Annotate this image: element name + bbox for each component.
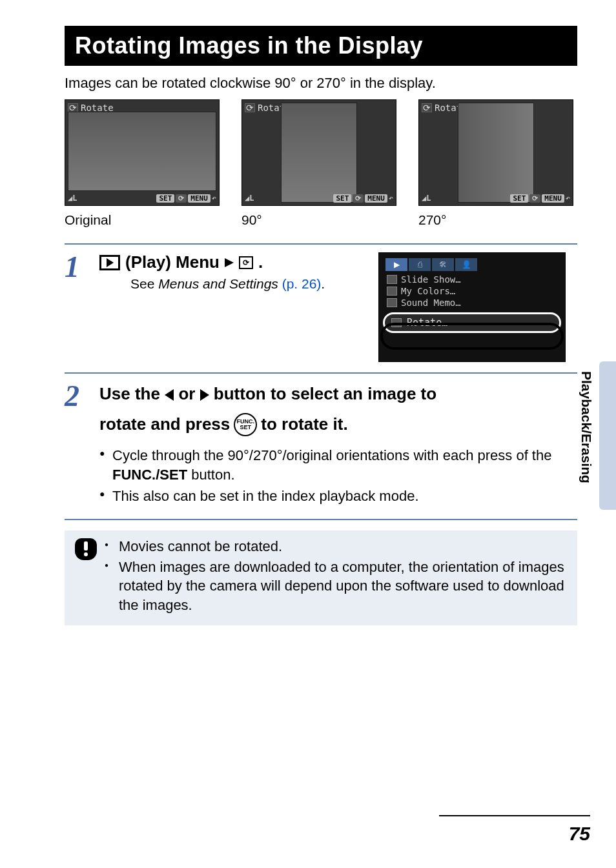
menu-tab-play-icon: ▶	[385, 258, 407, 271]
set-pill: SET	[510, 194, 528, 203]
rotate-icon: ⟳	[422, 103, 432, 112]
note-item: When images are downloaded to a computer…	[105, 558, 567, 615]
quality-indicator: ◢L	[245, 194, 254, 203]
menu-tabs: ▶ ⎙ 🛠 👤	[379, 253, 565, 274]
screenshot-270: ⟳Rotate ◢L SET ⟳ MENU ↶	[418, 99, 573, 206]
arrow-right-icon	[200, 389, 209, 401]
arrow-left-icon	[165, 389, 174, 401]
step2-text: or	[178, 384, 200, 403]
triangle-right-icon	[225, 258, 234, 267]
step2-text: rotate and press	[99, 412, 230, 437]
undo-icon: ↶	[212, 194, 216, 203]
step1-period: .	[258, 252, 263, 272]
step2-bullets: Cycle through the 90°/270°/original orie…	[99, 446, 575, 506]
undo-icon: ↶	[389, 194, 393, 203]
func-bot: SET	[240, 425, 252, 430]
menu-item-text: Slide Show…	[401, 274, 461, 285]
shot-image-area	[68, 112, 216, 191]
bullet-bold: FUNC./SET	[112, 467, 187, 483]
caution-icon	[75, 538, 97, 560]
mycolors-icon	[387, 287, 397, 296]
note-item: Movies cannot be rotated.	[105, 537, 567, 556]
rotate-icon: ⟳	[245, 103, 255, 112]
quality-indicator: ◢L	[422, 194, 431, 203]
bullet-item: This also can be set in the index playba…	[99, 487, 575, 506]
play-icon	[99, 255, 120, 270]
rotate-menu-icon	[391, 318, 402, 327]
menu-tab-setup-icon: 🛠	[432, 258, 454, 271]
caption-90: 90°	[241, 212, 396, 228]
page-number: 75	[569, 823, 590, 845]
menu-screenshot: ▶ ⎙ 🛠 👤 Slide Show… My Colors… Sound Mem…	[378, 252, 566, 362]
caption-row: Original 90° 270°	[65, 212, 577, 228]
caption-270: 270°	[418, 212, 573, 228]
func-set-button-icon: FUNC. SET	[234, 413, 257, 436]
set-pill: SET	[156, 194, 174, 203]
menu-pill: MENU	[542, 194, 564, 203]
sub-prefix: See	[130, 276, 158, 291]
note-list: Movies cannot be rotated. When images ar…	[105, 537, 567, 616]
side-tab-bg	[599, 361, 616, 510]
example-screenshots-row: ⟳Rotate ◢L SET ⟳ MENU ↶ ⟳Rotate ◢L SET ⟳	[65, 99, 577, 206]
step2-text: Use the	[99, 384, 165, 403]
menu-pill: MENU	[188, 194, 210, 203]
rotate-pill-icon: ⟳	[353, 194, 364, 203]
sub-italic: Menus and Settings	[158, 276, 278, 291]
footer-rule	[439, 815, 590, 816]
bullet-text: Cycle through the 90°/270°/original orie…	[112, 447, 551, 463]
step2-text: to rotate it.	[261, 412, 347, 437]
step2-heading: Use the or button to select an image to …	[99, 381, 575, 437]
step-1: 1 ▶ ⎙ 🛠 👤 Slide Show… My Colors… Sound M…	[65, 243, 577, 372]
page-ref-link[interactable]: (p. 26)	[278, 276, 322, 291]
set-pill: SET	[333, 194, 351, 203]
undo-icon: ↶	[566, 194, 570, 203]
step-number: 2	[65, 381, 90, 509]
rotate-pill-icon: ⟳	[529, 194, 540, 203]
step1-heading: (Play) Menu ⟳.	[99, 252, 372, 272]
menu-highlight-text: Rotate…	[407, 317, 447, 328]
shot-image-area	[281, 103, 357, 203]
menu-highlighted-item: Rotate…	[383, 312, 561, 333]
rotate-pill-icon: ⟳	[176, 194, 187, 203]
step-number: 1	[65, 252, 90, 362]
menu-tab-mycamera-icon: 👤	[455, 258, 477, 271]
menu-pill: MENU	[365, 194, 387, 203]
page-title: Rotating Images in the Display	[65, 26, 577, 66]
slideshow-icon	[387, 275, 397, 284]
rotate-icon: ⟳	[239, 256, 253, 269]
step2-text: button to select an image to	[214, 384, 436, 403]
menu-tab-print-icon: ⎙	[409, 258, 431, 271]
rotate-icon: ⟳	[68, 103, 78, 112]
sub-suffix: .	[321, 276, 325, 291]
step-2: 2 Use the or button to select an image t…	[65, 372, 577, 520]
bullet-item: Cycle through the 90°/270°/original orie…	[99, 446, 575, 484]
bullet-text: button.	[187, 467, 234, 483]
step1-head-text: (Play) Menu	[125, 252, 220, 272]
soundmemo-icon	[387, 298, 397, 307]
menu-item-text: My Colors…	[401, 286, 455, 296]
screenshot-90: ⟳Rotate ◢L SET ⟳ MENU ↶	[241, 99, 396, 206]
screenshot-original: ⟳Rotate ◢L SET ⟳ MENU ↶	[65, 99, 220, 206]
menu-list: Slide Show… My Colors… Sound Memo…	[379, 274, 565, 308]
shot-image-area	[458, 103, 534, 203]
triangle-right-icon	[107, 258, 114, 267]
side-tab-label: Playback/Erasing	[579, 371, 594, 483]
caption-original: Original	[65, 212, 220, 228]
quality-indicator: ◢L	[68, 194, 77, 203]
menu-item-text: Sound Memo…	[401, 298, 461, 308]
intro-text: Images can be rotated clockwise 90° or 2…	[65, 75, 577, 92]
note-block: Movies cannot be rotated. When images ar…	[65, 530, 577, 625]
